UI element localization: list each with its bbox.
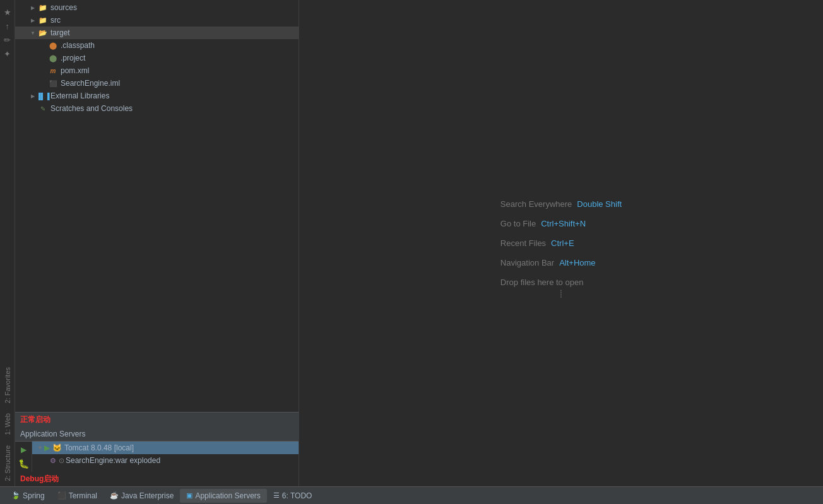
hint-section: Search Everywhere Double Shift Go to Fil… (500, 199, 622, 287)
arrow-sources (28, 3, 38, 13)
debug-status-text: Debug启动 (15, 472, 299, 486)
tab-spring-label: Spring (23, 491, 45, 500)
tree-label-extlibs: External Libraries (50, 91, 109, 100)
todo-icon: ☰ (273, 491, 280, 500)
favorites-tab[interactable]: 2: Favorites (2, 362, 13, 408)
hint-text-goto: Go to File (500, 219, 536, 228)
tab-todo[interactable]: ☰ 6: TODO (267, 489, 319, 503)
server-tomcat-icon: 🐱 (52, 443, 62, 452)
tree-label-src: src (50, 16, 61, 25)
artifact-warning-icon: ⊙ (59, 457, 64, 465)
tab-appservers-label: Application Servers (195, 491, 260, 500)
tree-item-classpath[interactable]: ⬤ .classpath (15, 39, 299, 52)
tab-spring[interactable]: 🍃 Spring (5, 489, 51, 503)
bottom-bar: 🍃 Spring ⬛ Terminal ☕ Java Enterprise ▣ … (0, 486, 823, 504)
tab-terminal-label: Terminal (69, 491, 97, 500)
tree-item-sources[interactable]: 📁 sources (15, 1, 299, 14)
tab-todo-label: 6: TODO (282, 491, 312, 500)
tree-content: 📁 sources 📁 src 📂 target ⬤ .classpath (15, 0, 299, 412)
hint-text-drop: Drop files here to open (500, 278, 584, 287)
spring-icon: 🍃 (11, 491, 20, 500)
debug-server-btn[interactable]: 🐛 (16, 457, 30, 471)
server-icon: ▣ (186, 491, 192, 500)
hint-text-search: Search Everywhere (500, 199, 572, 209)
project-tree-panel: 📁 sources 📁 src 📂 target ⬤ .classpath (15, 0, 299, 486)
hint-row-search: Search Everywhere Double Shift (500, 199, 622, 209)
icon-extlibs: ▐▌▐ (38, 91, 48, 101)
hint-row-goto: Go to File Ctrl+Shift+N (500, 219, 586, 228)
icon-classpath: ⬤ (48, 40, 58, 50)
tree-label-project: .project (61, 54, 85, 62)
normal-status-bar: 正常启动 (15, 412, 299, 427)
tab-je-label: Java Enterprise (121, 491, 174, 500)
tree-label-classpath: .classpath (61, 41, 95, 50)
folder-icon-target: 📂 (38, 28, 48, 38)
app-servers-header: Application Servers (15, 427, 299, 442)
tab-java-enterprise[interactable]: ☕ Java Enterprise (104, 489, 180, 503)
artifact-icon: ⚙ (50, 457, 56, 465)
structure-tab[interactable]: 2: Structure (2, 440, 13, 486)
tree-label-iml: SearchEngine.iml (61, 79, 120, 88)
arrow-target (28, 28, 38, 38)
left-vertical-tabs: ★ ↑ ✏ ✦ 2: Favorites 1: Web 2: Structure (0, 0, 15, 486)
terminal-icon: ⬛ (57, 491, 66, 500)
app-servers-title: Application Servers (20, 430, 85, 438)
tree-label-pomxml: pom.xml (61, 66, 89, 75)
tree-label-sources: sources (50, 3, 77, 12)
icon-pom: m (48, 66, 58, 76)
hint-shortcut-recent: Ctrl+E (551, 238, 574, 248)
edit-btn[interactable]: ✏ (1, 33, 15, 47)
tree-label-scratches: Scratches and Consoles (50, 104, 133, 113)
hint-row-drop: Drop files here to open (500, 278, 584, 287)
hint-row-recent: Recent Files Ctrl+E (500, 238, 574, 248)
server-row-tomcat[interactable]: ▼ ▶ 🐱 Tomcat 8.0.48 [local] (32, 442, 299, 454)
hint-shortcut-goto: Ctrl+Shift+N (541, 219, 586, 228)
favorites-icon-btn[interactable]: ★ (1, 5, 15, 19)
normal-status-text: 正常启动 (20, 415, 50, 424)
icon-scratches: ✎ (38, 103, 48, 114)
je-icon: ☕ (110, 491, 119, 500)
artifact-label: SearchEngine:war exploded (66, 456, 160, 465)
server-run-icon: ▶ (44, 443, 50, 452)
tree-item-extlibs[interactable]: ▐▌▐ External Libraries (15, 90, 299, 102)
tree-item-src[interactable]: 📁 src (15, 14, 299, 26)
folder-icon-sources: 📁 (38, 3, 48, 13)
tree-item-scratches[interactable]: ✎ Scratches and Consoles (15, 102, 299, 115)
icon-project: ⬤ (48, 53, 58, 63)
tree-item-target[interactable]: 📂 target (15, 26, 299, 39)
folder-icon-src: 📁 (38, 15, 48, 25)
icon-iml: ⬛ (48, 78, 58, 88)
hint-text-navbar: Navigation Bar (500, 258, 554, 267)
tree-item-iml[interactable]: ⬛ SearchEngine.iml (15, 77, 299, 90)
server-artifact-row[interactable]: ⚙ ⊙ SearchEngine:war exploded (32, 454, 299, 467)
hint-text-recent: Recent Files (500, 238, 546, 248)
settings-btn[interactable]: ✦ (1, 47, 15, 61)
hint-shortcut-search: Double Shift (577, 199, 622, 209)
tab-terminal[interactable]: ⬛ Terminal (51, 489, 104, 503)
tree-label-target: target (50, 28, 70, 37)
server-name-label: Tomcat 8.0.48 [local] (64, 443, 134, 452)
up-arrow-btn[interactable]: ↑ (1, 19, 15, 33)
drag-dots: ⁞ (559, 287, 563, 301)
tree-item-project[interactable]: ⬤ .project (15, 52, 299, 64)
editor-area: Search Everywhere Double Shift Go to Fil… (299, 0, 823, 486)
hint-shortcut-navbar: Alt+Home (559, 258, 595, 267)
hint-row-navbar: Navigation Bar Alt+Home (500, 258, 596, 267)
tree-item-pomxml[interactable]: m pom.xml (15, 64, 299, 77)
debug-status-label: Debug启动 (20, 474, 59, 483)
arrow-src (28, 15, 38, 25)
server-arrow-icon: ▼ (37, 445, 43, 451)
run-server-btn[interactable]: ▶ (16, 443, 30, 457)
tab-app-servers[interactable]: ▣ Application Servers (180, 489, 266, 503)
web-tab[interactable]: 1: Web (2, 408, 13, 440)
